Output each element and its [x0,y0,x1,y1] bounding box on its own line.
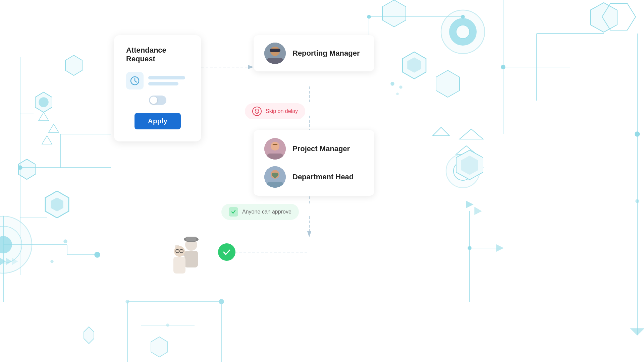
svg-marker-17 [49,124,59,132]
svg-point-109 [184,237,199,242]
svg-point-2 [39,98,48,107]
apply-button[interactable]: Apply [135,113,181,129]
project-manager-label: Project Manager [292,144,350,153]
svg-marker-7 [51,198,63,211]
svg-point-102 [271,142,279,150]
svg-point-47 [501,65,505,69]
reporting-manager-avatar [264,43,286,64]
svg-rect-92 [264,43,286,64]
toggle-knob [150,97,157,104]
svg-point-73 [219,299,224,304]
svg-rect-106 [267,182,283,188]
svg-marker-53 [461,156,478,175]
svg-point-66 [461,15,465,18]
svg-point-107 [185,239,197,251]
svg-marker-55 [475,207,481,215]
svg-marker-81 [248,65,254,69]
project-manager-avatar [264,138,286,160]
skip-on-delay-text: Skip on delay [266,108,298,114]
svg-point-61 [399,86,402,88]
svg-marker-32 [590,3,617,32]
placeholder-line-short [148,82,178,85]
svg-marker-42 [460,129,483,139]
svg-rect-108 [184,251,198,267]
svg-point-105 [271,170,279,179]
reporting-manager-card: Reporting Manager [254,35,374,71]
svg-rect-114 [173,257,185,274]
svg-marker-79 [151,337,168,357]
svg-marker-30 [6,258,11,265]
svg-point-51 [453,162,472,180]
svg-point-19 [0,216,32,273]
svg-line-111 [178,248,184,255]
svg-line-98 [257,112,258,113]
skip-on-delay-badge: Skip on delay [245,103,305,119]
svg-point-20 [0,226,22,263]
svg-marker-59 [496,245,503,251]
svg-point-96 [255,110,259,114]
svg-marker-6 [45,191,69,218]
clock-icon-box [126,72,144,89]
check-icon-small [229,207,238,217]
department-head-avatar [264,166,286,188]
svg-rect-95 [267,58,283,64]
svg-point-11 [18,166,22,170]
svg-marker-87 [307,231,311,237]
svg-point-68 [635,132,640,136]
svg-marker-16 [39,112,49,121]
svg-point-37 [456,25,470,39]
svg-rect-94 [270,49,280,52]
department-head-label: Department Head [292,173,354,181]
svg-marker-40 [436,70,460,97]
final-approval-check [218,243,235,261]
svg-marker-0 [35,92,52,112]
svg-marker-5 [45,191,69,218]
svg-line-91 [135,81,137,82]
svg-rect-110 [186,237,196,241]
attendance-request-card: Attendance Request Apply [114,35,201,141]
toggle[interactable] [149,96,166,105]
svg-marker-78 [84,327,94,344]
alarm-icon [252,107,262,116]
svg-marker-84 [307,131,311,137]
svg-point-21 [0,236,12,253]
svg-marker-8 [65,55,82,75]
svg-rect-103 [267,154,283,160]
svg-point-65 [367,15,371,18]
svg-point-36 [449,18,476,45]
svg-marker-70 [631,328,644,335]
svg-line-100 [258,109,259,110]
svg-line-99 [255,109,256,110]
svg-point-24 [51,260,53,263]
svg-point-23 [64,240,67,243]
check-icon-large [222,247,231,257]
placeholder-line-long [148,76,185,79]
svg-marker-39 [408,58,421,72]
svg-point-75 [126,300,129,303]
svg-marker-3 [18,159,35,179]
svg-point-60 [391,82,394,85]
svg-marker-54 [466,201,473,208]
svg-marker-38 [402,52,426,79]
card-title: Attendance Request [126,46,189,63]
svg-point-93 [270,47,280,56]
svg-marker-44 [463,159,483,168]
anyone-can-approve-badge: Anyone can approve [221,204,299,220]
svg-point-77 [166,324,169,326]
svg-point-113 [174,246,185,257]
svg-marker-33 [602,3,636,30]
svg-marker-34 [382,0,406,27]
svg-point-116 [180,249,183,253]
svg-point-50 [446,154,480,188]
svg-marker-31 [12,258,17,265]
svg-point-35 [441,10,485,54]
illustration [154,228,215,282]
svg-point-62 [396,93,398,95]
svg-marker-43 [456,146,476,154]
reporting-manager-label: Reporting Manager [292,49,360,58]
svg-marker-4 [18,159,35,179]
svg-marker-18 [42,136,52,144]
svg-point-57 [468,246,471,250]
svg-point-115 [176,249,179,253]
approvers-card: Project Manager Department Head [254,130,374,196]
